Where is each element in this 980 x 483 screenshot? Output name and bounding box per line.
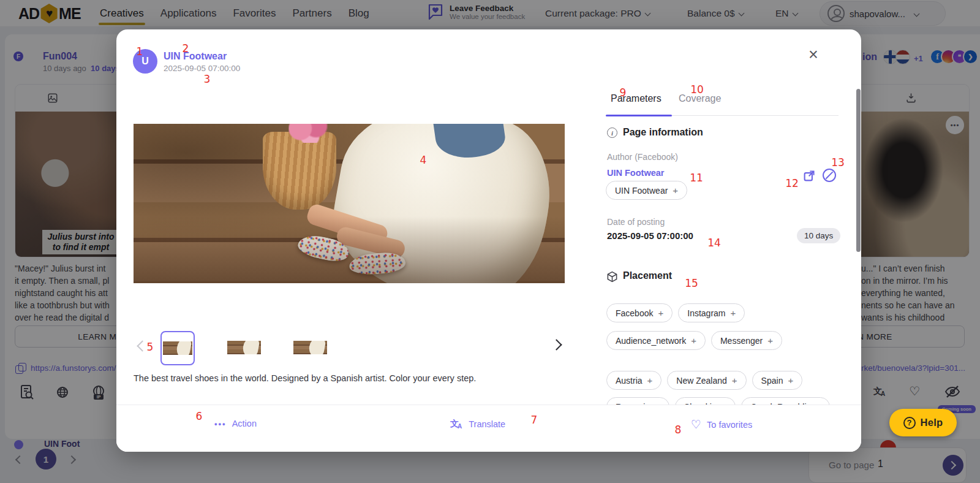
placement-box-icon — [606, 271, 618, 283]
block-icon[interactable] — [823, 169, 836, 182]
thumbnail-selected[interactable] — [160, 331, 195, 365]
placement-tag[interactable]: Spain+ — [752, 371, 803, 390]
shadow-overlay — [134, 216, 565, 283]
ad-caption: The best travel shoes in the world. Desi… — [134, 373, 476, 383]
placement-tag[interactable]: Audience_network+ — [606, 331, 706, 350]
heart-icon: ♡ — [691, 419, 701, 430]
author-name-link[interactable]: UIN Footwear — [164, 51, 227, 62]
screen: AD ♥ ME Creatives Applications Favorites… — [0, 0, 980, 483]
creative-image — [134, 124, 565, 283]
annotation-marker: 2 — [183, 42, 189, 55]
placement-tag[interactable]: Austria+ — [606, 371, 662, 390]
date-label: Date of posting — [607, 217, 665, 227]
age-badge: 10 days — [797, 228, 840, 243]
to-favorites-button[interactable]: ♡ To favorites — [691, 419, 752, 430]
annotation-marker: 15 — [685, 277, 698, 289]
annotation-marker: 4 — [420, 154, 427, 166]
annotation-marker: 14 — [707, 237, 721, 249]
annotation-marker: 9 — [620, 86, 627, 99]
annotation-marker: 10 — [690, 83, 704, 96]
thumbnail[interactable] — [227, 341, 261, 354]
info-icon: i — [607, 127, 617, 138]
placement-heading: Placement — [623, 270, 672, 281]
translate-button[interactable]: 文A Translate — [450, 419, 505, 430]
placement-tag[interactable]: Facebook+ — [606, 303, 673, 322]
placement-countries-row1: Austria+New Zealand+Spain+ — [606, 371, 808, 390]
thumbnail[interactable] — [293, 341, 327, 354]
annotation-marker: 1 — [137, 45, 143, 58]
creative-detail-modal: U UIN Footwear 2025-09-05 07:00:00 × The… — [116, 29, 861, 452]
placement-tag[interactable]: Messenger+ — [711, 331, 782, 350]
annotation-marker: 6 — [196, 410, 203, 422]
annotation-marker: 5 — [147, 341, 154, 353]
annotation-marker: 11 — [690, 172, 703, 184]
modal-footer: ••• Action 文A Translate ♡ To favorites — [116, 405, 861, 452]
close-icon[interactable]: × — [809, 47, 818, 63]
help-button[interactable]: ? Help — [889, 409, 957, 436]
tab-parameters[interactable]: Parameters — [611, 93, 662, 104]
placement-platforms-row2: Audience_network+Messenger+ — [606, 331, 788, 350]
annotation-marker: 12 — [785, 177, 799, 189]
post-datetime: 2025-09-05 07:00:00 — [164, 64, 240, 73]
annotation-marker: 13 — [831, 156, 845, 169]
annotation-marker: 7 — [531, 414, 538, 426]
placement-platforms-row1: Facebook+Instagram+ — [606, 303, 750, 322]
action-button[interactable]: ••• Action — [214, 419, 257, 428]
placement-tag[interactable]: New Zealand+ — [667, 371, 746, 390]
author-tag-row: UIN Footwear+ — [606, 181, 693, 200]
flowers-shape — [288, 124, 327, 143]
author-tag[interactable]: UIN Footwear+ — [606, 181, 687, 200]
page-information-heading: Page information — [623, 127, 703, 138]
placement-tag[interactable]: Instagram+ — [678, 303, 745, 322]
dots-icon: ••• — [214, 419, 227, 428]
external-link-icon[interactable] — [803, 169, 816, 182]
carousel-next-icon[interactable] — [551, 339, 562, 350]
date-value: 2025-09-05 07:00:00 — [607, 230, 693, 241]
annotation-marker: 8 — [675, 424, 682, 436]
annotation-marker: 3 — [204, 73, 211, 85]
modal-scrollbar[interactable] — [856, 89, 861, 252]
straw-bag-shape — [263, 132, 336, 210]
translate-icon: 文A — [450, 419, 463, 430]
author-label: Author (Facebook) — [607, 152, 678, 162]
author-page-link[interactable]: UIN Footwear — [607, 168, 664, 178]
active-tab-underline — [606, 115, 672, 116]
question-icon: ? — [903, 417, 916, 429]
